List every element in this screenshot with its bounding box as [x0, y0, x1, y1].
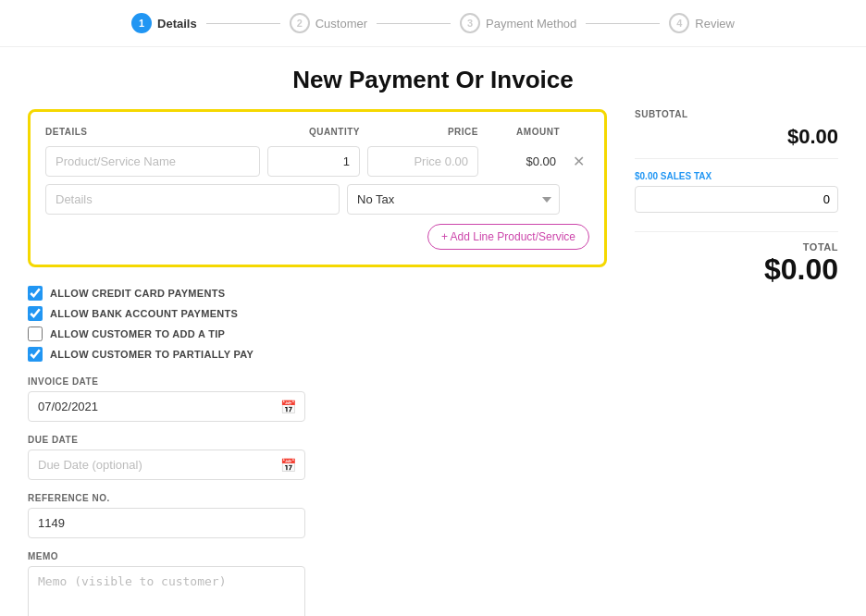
- invoice-date-label: INVOICE DATE: [28, 376, 607, 387]
- allow-credit-card-checkbox[interactable]: [28, 286, 43, 301]
- grand-total-value: $0.00: [635, 253, 838, 287]
- sales-tax-label: $0.00 SALES TAX: [635, 171, 711, 181]
- amount-value: $0.00: [486, 147, 560, 176]
- col-header-quantity: QUANTITY: [267, 127, 360, 137]
- memo-group: MEMO: [28, 551, 607, 616]
- subtotal-value: $0.00: [787, 125, 838, 148]
- add-line-product-button[interactable]: + Add Line Product/Service: [427, 224, 589, 250]
- grand-total-label: TOTAL: [635, 241, 838, 253]
- price-input[interactable]: [367, 146, 478, 177]
- step-3[interactable]: 3 Payment Method: [460, 13, 576, 33]
- step-4-circle: 4: [669, 13, 689, 33]
- allow-bank-account-label: ALLOW BANK ACCOUNT PAYMENTS: [50, 308, 238, 319]
- reference-label: REFERENCE NO.: [28, 493, 607, 503]
- allow-credit-card-label: ALLOW CREDIT CARD PAYMENTS: [50, 288, 225, 299]
- tax-select[interactable]: No Tax: [347, 184, 560, 215]
- main-content: DETAILS QUANTITY PRICE AMOUNT $0.00 ✕ No…: [0, 109, 866, 616]
- step-2[interactable]: 2 Customer: [290, 13, 367, 33]
- due-date-label: DUE DATE: [28, 435, 607, 445]
- page-title: New Payment Or Invoice: [0, 47, 866, 109]
- line-item-row-1: $0.00 ✕: [45, 146, 589, 177]
- col-header-amount: AMOUNT: [486, 127, 560, 137]
- allow-tip-checkbox[interactable]: [28, 326, 43, 341]
- step-1-label: Details: [157, 17, 197, 31]
- invoice-date-wrapper: 📅: [28, 391, 305, 422]
- totals-section: SUBTOTAL $0.00 $0.00 SALES TAX TOTAL $0.…: [635, 109, 838, 287]
- invoice-date-input[interactable]: [28, 391, 305, 422]
- allow-bank-account-checkbox[interactable]: [28, 306, 43, 321]
- subtotal-label: SUBTOTAL: [635, 109, 688, 119]
- right-column: SUBTOTAL $0.00 $0.00 SALES TAX TOTAL $0.…: [635, 109, 838, 616]
- step-1-circle: 1: [131, 13, 152, 33]
- step-3-label: Payment Method: [486, 17, 576, 31]
- allow-partial-pay-label: ALLOW CUSTOMER TO PARTIALLY PAY: [50, 349, 254, 360]
- line-item-row-2: No Tax: [45, 184, 589, 215]
- sales-tax-input[interactable]: [635, 186, 838, 213]
- step-2-label: Customer: [315, 17, 367, 31]
- invoice-date-group: INVOICE DATE 📅: [28, 376, 607, 422]
- stepper: 1 Details 2 Customer 3 Payment Method 4 …: [0, 0, 866, 47]
- line-items-header: DETAILS QUANTITY PRICE AMOUNT: [45, 127, 589, 137]
- step-1[interactable]: 1 Details: [131, 13, 197, 33]
- checkbox-row-3: ALLOW CUSTOMER TO ADD A TIP: [28, 326, 607, 341]
- checkbox-row-1: ALLOW CREDIT CARD PAYMENTS: [28, 286, 607, 301]
- add-line-section: + Add Line Product/Service: [45, 224, 589, 250]
- step-2-circle: 2: [290, 13, 310, 33]
- divider-2: [635, 231, 838, 232]
- line-items-card: DETAILS QUANTITY PRICE AMOUNT $0.00 ✕ No…: [28, 109, 607, 267]
- checkbox-row-2: ALLOW BANK ACCOUNT PAYMENTS: [28, 306, 607, 321]
- allow-partial-pay-checkbox[interactable]: [28, 347, 43, 362]
- left-column: DETAILS QUANTITY PRICE AMOUNT $0.00 ✕ No…: [28, 109, 607, 616]
- step-connector-1: [206, 23, 280, 24]
- step-connector-3: [586, 23, 660, 24]
- due-date-input[interactable]: [28, 450, 305, 480]
- checkboxes-section: ALLOW CREDIT CARD PAYMENTS ALLOW BANK AC…: [28, 286, 607, 362]
- allow-tip-label: ALLOW CUSTOMER TO ADD A TIP: [50, 328, 225, 339]
- divider-1: [635, 158, 838, 159]
- reference-group: REFERENCE NO.: [28, 493, 607, 538]
- product-name-input[interactable]: [45, 146, 260, 177]
- col-header-details: DETAILS: [45, 127, 260, 137]
- details-input[interactable]: [45, 184, 340, 215]
- step-4-label: Review: [695, 17, 735, 31]
- reference-input[interactable]: [28, 508, 305, 538]
- step-connector-2: [377, 23, 451, 24]
- col-header-price: PRICE: [367, 127, 478, 137]
- due-date-group: DUE DATE 📅: [28, 435, 607, 480]
- memo-textarea[interactable]: [28, 566, 305, 616]
- quantity-input[interactable]: [267, 146, 360, 177]
- remove-line-button[interactable]: ✕: [567, 149, 589, 174]
- subtotal-row: SUBTOTAL: [635, 109, 838, 119]
- memo-label: MEMO: [28, 551, 607, 561]
- step-4[interactable]: 4 Review: [669, 13, 735, 33]
- col-header-close-spacer: [567, 127, 589, 137]
- due-date-wrapper: 📅: [28, 450, 305, 480]
- checkbox-row-4: ALLOW CUSTOMER TO PARTIALLY PAY: [28, 347, 607, 362]
- step-3-circle: 3: [460, 13, 480, 33]
